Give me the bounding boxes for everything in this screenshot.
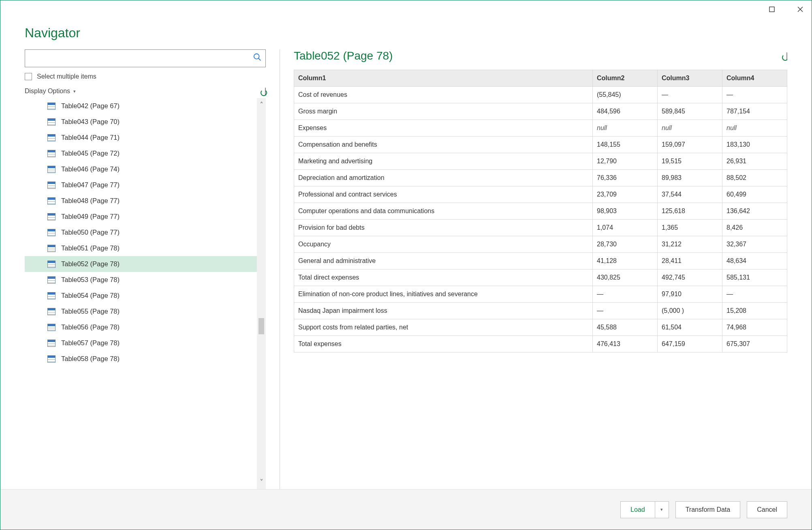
table-cell: 45,588 <box>593 319 658 336</box>
tree-item[interactable]: Table043 (Page 70) <box>25 114 257 130</box>
table-cell: — <box>722 87 787 103</box>
tree-item[interactable]: Table046 (Page 74) <box>25 161 257 177</box>
search-icon[interactable] <box>253 53 262 64</box>
tree-item[interactable]: Table054 (Page 78) <box>25 288 257 303</box>
tree-item[interactable]: Table042 (Page 67) <box>25 98 257 114</box>
checkbox-icon <box>25 73 32 80</box>
tree-item-label: Table055 (Page 78) <box>61 308 120 315</box>
tree-item[interactable]: Table057 (Page 78) <box>25 335 257 351</box>
maximize-button[interactable] <box>763 0 781 18</box>
table-cell: 125,618 <box>658 203 722 220</box>
table-cell: Compensation and benefits <box>294 137 593 153</box>
table-cell: Occupancy <box>294 236 593 253</box>
table-row[interactable]: Professional and contract services23,709… <box>294 186 787 203</box>
tree-item[interactable]: Table055 (Page 78) <box>25 303 257 319</box>
table-cell: — <box>658 87 722 103</box>
tree-item-label: Table046 (Page 74) <box>61 165 120 173</box>
scroll-thumb[interactable] <box>259 318 264 334</box>
column-header[interactable]: Column2 <box>593 70 658 87</box>
chevron-down-icon: ▾ <box>660 507 663 512</box>
table-row[interactable]: Support costs from related parties, net4… <box>294 319 787 336</box>
table-row[interactable]: Provision for bad debts1,0741,3658,426 <box>294 220 787 236</box>
chevron-down-icon: ▾ <box>73 89 76 94</box>
tree-scrollbar[interactable]: ˄ ˅ <box>257 98 266 489</box>
tree-item-label: Table045 (Page 72) <box>61 150 120 157</box>
table-row[interactable]: Nasdaq Japan impairment loss—(5,000 )15,… <box>294 303 787 319</box>
close-button[interactable] <box>791 0 809 18</box>
table-row[interactable]: Expensesnullnullnull <box>294 120 787 137</box>
tree-item[interactable]: Table056 (Page 78) <box>25 319 257 335</box>
tree-item[interactable]: Table050 (Page 77) <box>25 224 257 240</box>
tree-item-label: Table054 (Page 78) <box>61 292 120 299</box>
cancel-label: Cancel <box>757 506 777 513</box>
tree-item[interactable]: Table048 (Page 77) <box>25 193 257 209</box>
display-options-dropdown[interactable]: Display Options ▾ <box>25 88 76 95</box>
table-cell: 492,745 <box>658 269 722 286</box>
table-cell: 19,515 <box>658 153 722 170</box>
table-cell: null <box>593 120 658 137</box>
table-cell: Depreciation and amortization <box>294 170 593 186</box>
load-dropdown-button[interactable]: ▾ <box>655 502 669 518</box>
table-cell: General and administrative <box>294 253 593 269</box>
table-cell: 98,903 <box>593 203 658 220</box>
table-cell: 136,642 <box>722 203 787 220</box>
table-cell: 88,502 <box>722 170 787 186</box>
tree-item[interactable]: Table049 (Page 77) <box>25 209 257 224</box>
tree-item[interactable]: Table045 (Page 72) <box>25 145 257 161</box>
tree-item-label: Table052 (Page 78) <box>61 260 120 268</box>
table-row[interactable]: Total direct expenses430,825492,745585,1… <box>294 269 787 286</box>
tree-item-label: Table053 (Page 78) <box>61 276 120 284</box>
table-row[interactable]: Occupancy28,73031,21232,367 <box>294 236 787 253</box>
refresh-preview-button[interactable] <box>786 53 787 59</box>
load-button-label: Load <box>621 502 655 518</box>
tree-item[interactable]: Table051 (Page 78) <box>25 240 257 256</box>
table-icon <box>47 276 56 284</box>
select-multiple-checkbox[interactable]: Select multiple items <box>25 73 266 80</box>
table-icon <box>47 261 56 268</box>
tree-item[interactable]: Table047 (Page 77) <box>25 177 257 193</box>
tree-item[interactable]: Table058 (Page 78) <box>25 351 257 367</box>
table-row[interactable]: Elimination of non-core product lines, i… <box>294 286 787 303</box>
column-header[interactable]: Column1 <box>294 70 593 87</box>
tree-item-label: Table043 (Page 70) <box>61 118 120 126</box>
table-cell: 183,130 <box>722 137 787 153</box>
table-row[interactable]: General and administrative41,12828,41148… <box>294 253 787 269</box>
cancel-button[interactable]: Cancel <box>747 501 787 518</box>
tree-item-label: Table057 (Page 78) <box>61 339 120 347</box>
transform-data-button[interactable]: Transform Data <box>675 501 741 518</box>
table-cell: (5,000 ) <box>658 303 722 319</box>
search-wrap <box>25 49 266 67</box>
table-cell: 484,596 <box>593 103 658 120</box>
search-input[interactable] <box>25 49 266 67</box>
column-header[interactable]: Column3 <box>658 70 722 87</box>
table-cell: Total expenses <box>294 336 593 353</box>
refresh-tree-button[interactable] <box>265 88 266 94</box>
table-cell: 430,825 <box>593 269 658 286</box>
preview-panel: Table052 (Page 78) Column1Column2Column3… <box>294 49 787 489</box>
table-row[interactable]: Depreciation and amortization76,33689,98… <box>294 170 787 186</box>
tree-item-label: Table051 (Page 78) <box>61 244 120 252</box>
left-panel: Select multiple items Display Options ▾ … <box>25 49 280 489</box>
tree-item[interactable]: Table053 (Page 78) <box>25 272 257 288</box>
table-cell: 476,413 <box>593 336 658 353</box>
table-icon <box>47 150 56 157</box>
table-row[interactable]: Gross margin484,596589,845787,154 <box>294 103 787 120</box>
tree-item[interactable]: Table044 (Page 71) <box>25 130 257 145</box>
table-row[interactable]: Total expenses476,413647,159675,307 <box>294 336 787 353</box>
table-tree: Table042 (Page 67)Table043 (Page 70)Tabl… <box>25 98 266 489</box>
column-header[interactable]: Column4 <box>722 70 787 87</box>
load-button[interactable]: Load ▾ <box>620 501 669 518</box>
table-row[interactable]: Cost of revenues(55,845)—— <box>294 87 787 103</box>
tree-item-label: Table049 (Page 77) <box>61 213 120 220</box>
titlebar <box>0 0 812 18</box>
table-row[interactable]: Computer operations and data communicati… <box>294 203 787 220</box>
table-row[interactable]: Marketing and advertising12,79019,51526,… <box>294 153 787 170</box>
tree-item-label: Table044 (Page 71) <box>61 134 120 141</box>
svg-point-3 <box>254 54 259 59</box>
tree-item[interactable]: Table052 (Page 78) <box>25 256 257 272</box>
table-row[interactable]: Compensation and benefits148,155159,0971… <box>294 137 787 153</box>
table-cell: null <box>722 120 787 137</box>
table-cell: Professional and contract services <box>294 186 593 203</box>
table-cell: 60,499 <box>722 186 787 203</box>
table-cell: 28,411 <box>658 253 722 269</box>
